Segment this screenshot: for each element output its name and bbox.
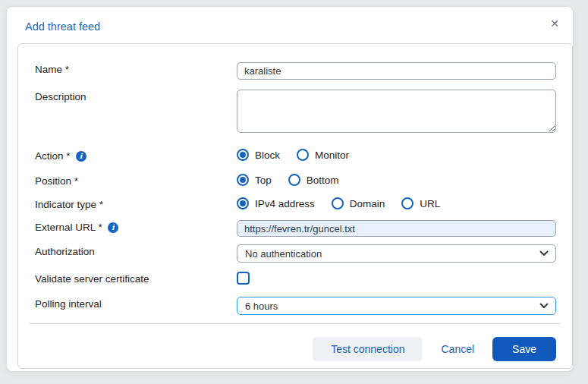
name-label: Name * <box>35 62 237 77</box>
authorization-select[interactable]: No authentication <box>237 244 556 263</box>
position-option-bottom[interactable]: Bottom <box>288 174 339 186</box>
indicator-type-radio-group: IPv4 address Domain URL <box>237 197 440 209</box>
radio-icon[interactable] <box>237 174 249 186</box>
validate-certificate-row: Validate server certificate <box>35 272 556 287</box>
radio-icon[interactable] <box>237 197 249 209</box>
save-button[interactable]: Save <box>492 337 556 361</box>
action-option-block[interactable]: Block <box>237 149 280 161</box>
name-input[interactable] <box>237 62 556 80</box>
description-textarea[interactable] <box>237 90 556 133</box>
authorization-label: Authorization <box>35 244 237 260</box>
info-icon[interactable]: i <box>108 222 118 233</box>
position-radio-group: Top Bottom <box>237 174 339 186</box>
authorization-row: Authorization No authentication <box>35 244 556 263</box>
radio-icon[interactable] <box>237 149 249 161</box>
indicator-option-url[interactable]: URL <box>401 197 440 209</box>
indicator-option-ipv4[interactable]: IPv4 address <box>237 197 315 209</box>
radio-icon[interactable] <box>332 197 344 209</box>
radio-icon[interactable] <box>297 149 309 161</box>
chevron-down-icon <box>539 303 549 309</box>
name-row: Name * <box>35 62 556 80</box>
validate-certificate-checkbox[interactable] <box>237 272 250 285</box>
action-radio-group: Block Monitor <box>237 149 349 161</box>
description-row: Description <box>35 90 556 133</box>
polling-interval-row: Polling interval 6 hours <box>35 297 556 315</box>
authorization-selected-value: No authentication <box>245 248 322 260</box>
position-option-top[interactable]: Top <box>237 174 272 186</box>
cancel-button[interactable]: Cancel <box>438 337 477 361</box>
dialog-title: Add threat feed <box>25 20 100 33</box>
position-row: Position * Top Bottom <box>35 174 556 189</box>
position-label: Position * <box>35 174 237 189</box>
indicator-type-label: Indicator type * <box>35 197 237 212</box>
action-option-monitor[interactable]: Monitor <box>297 149 349 161</box>
indicator-option-domain[interactable]: Domain <box>332 197 385 209</box>
external-url-input[interactable] <box>237 220 556 237</box>
polling-interval-select[interactable]: 6 hours <box>237 297 556 315</box>
description-label: Description <box>35 90 237 105</box>
add-threat-feed-dialog: Add threat feed ✕ Name * Description Act… <box>6 6 574 372</box>
external-url-row: External URL * i <box>35 220 556 237</box>
test-connection-button[interactable]: Test connection <box>313 337 423 361</box>
validate-certificate-label: Validate server certificate <box>35 272 237 287</box>
radio-icon[interactable] <box>401 197 413 209</box>
footer-divider <box>30 323 560 324</box>
close-icon[interactable]: ✕ <box>547 16 562 31</box>
indicator-type-row: Indicator type * IPv4 address Domain URL <box>35 197 556 212</box>
polling-interval-selected-value: 6 hours <box>245 301 278 312</box>
footer-actions: Test connection Cancel Save <box>313 337 556 361</box>
info-icon[interactable]: i <box>76 151 86 162</box>
action-row: Action * i Block Monitor <box>35 149 556 164</box>
form-panel: Name * Description Action * i <box>17 43 573 369</box>
radio-icon[interactable] <box>288 174 300 186</box>
polling-interval-label: Polling interval <box>35 297 237 312</box>
action-label: Action * i <box>35 149 237 164</box>
external-url-label: External URL * i <box>35 220 237 235</box>
chevron-down-icon <box>539 250 549 257</box>
